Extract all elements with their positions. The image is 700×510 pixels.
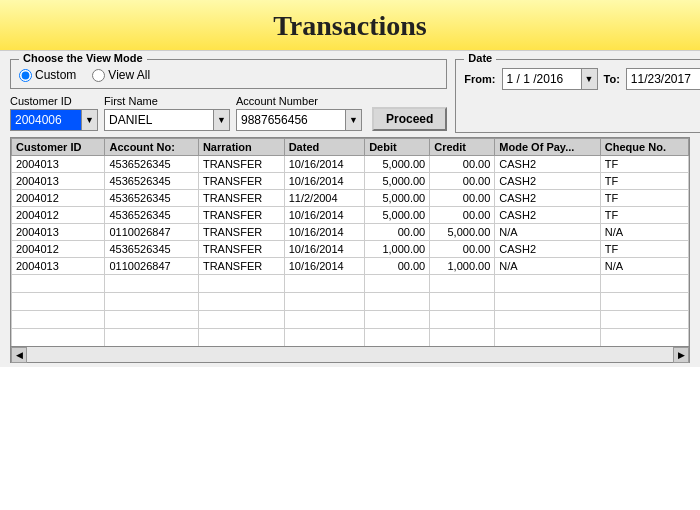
table-row: 20040134536526345TRANSFER10/16/20145,000… (12, 173, 689, 190)
table-cell: TF (600, 156, 688, 173)
table-cell: 00.00 (430, 207, 495, 224)
table-cell: 10/16/2014 (284, 224, 364, 241)
col-dated: Dated (284, 139, 364, 156)
empty-cell (198, 293, 284, 311)
col-debit: Debit (365, 139, 430, 156)
first-name-label: First Name (104, 95, 230, 107)
empty-cell (284, 293, 364, 311)
empty-cell (430, 275, 495, 293)
empty-cell (365, 329, 430, 347)
table-cell: 4536526345 (105, 173, 198, 190)
table-cell: 5,000.00 (365, 207, 430, 224)
table-cell: 2004013 (12, 224, 105, 241)
empty-row (12, 293, 689, 311)
empty-cell (105, 275, 198, 293)
first-name-field-wrap: ▼ (104, 109, 230, 131)
view-mode-legend: Choose the View Mode (19, 52, 147, 64)
table-cell: TRANSFER (198, 258, 284, 275)
viewall-radio[interactable] (92, 69, 105, 82)
scroll-left-arrow[interactable]: ◀ (11, 347, 27, 363)
table-cell: 2004013 (12, 258, 105, 275)
date-section: Date From: ▼ To: ▼ (455, 59, 700, 133)
table-cell: 1,000.00 (365, 241, 430, 258)
table-cell: CASH2 (495, 190, 601, 207)
col-cheque-no: Cheque No. (600, 139, 688, 156)
account-number-field-wrap: ▼ (236, 109, 362, 131)
from-date-input[interactable] (502, 68, 582, 90)
table-cell: 00.00 (430, 173, 495, 190)
table-cell: N/A (495, 224, 601, 241)
table-cell: 5,000.00 (365, 190, 430, 207)
table-cell: 2004012 (12, 241, 105, 258)
first-name-input[interactable] (104, 109, 214, 131)
to-label: To: (604, 73, 620, 85)
from-date-dropdown[interactable]: ▼ (582, 68, 598, 90)
table-row: 20040124536526345TRANSFER10/16/20145,000… (12, 207, 689, 224)
empty-cell (495, 275, 601, 293)
customer-id-dropdown[interactable]: ▼ (82, 109, 98, 131)
table-cell: 2004012 (12, 207, 105, 224)
custom-radio-label[interactable]: Custom (19, 68, 76, 82)
table-cell: TRANSFER (198, 190, 284, 207)
table-cell: TRANSFER (198, 241, 284, 258)
table-cell: 4536526345 (105, 207, 198, 224)
transactions-table: Customer ID Account No: Narration Dated … (11, 138, 689, 347)
empty-cell (284, 329, 364, 347)
table-cell: CASH2 (495, 241, 601, 258)
table-cell: CASH2 (495, 156, 601, 173)
table-cell: TRANSFER (198, 173, 284, 190)
scroll-track[interactable] (27, 347, 673, 362)
empty-cell (12, 275, 105, 293)
empty-cell (365, 293, 430, 311)
table-cell: 2004013 (12, 156, 105, 173)
scroll-right-arrow[interactable]: ▶ (673, 347, 689, 363)
table-cell: 2004013 (12, 173, 105, 190)
table-cell: 00.00 (430, 156, 495, 173)
first-name-dropdown[interactable]: ▼ (214, 109, 230, 131)
horizontal-scrollbar[interactable]: ◀ ▶ (10, 347, 690, 363)
table-body: 20040134536526345TRANSFER10/16/20145,000… (12, 156, 689, 348)
table-row: 20040130110026847TRANSFER10/16/201400.00… (12, 258, 689, 275)
col-mode-of-pay: Mode Of Pay... (495, 139, 601, 156)
to-date-input[interactable] (626, 68, 700, 90)
empty-cell (12, 329, 105, 347)
col-customer-id: Customer ID (12, 139, 105, 156)
from-label: From: (464, 73, 495, 85)
table-cell: TF (600, 173, 688, 190)
table-cell: TF (600, 207, 688, 224)
custom-radio[interactable] (19, 69, 32, 82)
table-cell: 5,000.00 (365, 156, 430, 173)
table-header-row: Customer ID Account No: Narration Dated … (12, 139, 689, 156)
table-cell: 10/16/2014 (284, 258, 364, 275)
empty-row (12, 329, 689, 347)
empty-cell (12, 293, 105, 311)
table-cell: 0110026847 (105, 224, 198, 241)
empty-cell (198, 329, 284, 347)
table-cell: 10/16/2014 (284, 156, 364, 173)
account-number-dropdown[interactable]: ▼ (346, 109, 362, 131)
proceed-button[interactable]: Proceed (372, 107, 447, 131)
viewall-label: View All (108, 68, 150, 82)
account-number-input[interactable] (236, 109, 346, 131)
empty-cell (365, 311, 430, 329)
empty-cell (600, 311, 688, 329)
table-row: 20040130110026847TRANSFER10/16/201400.00… (12, 224, 689, 241)
left-controls: Choose the View Mode Custom View All C (10, 59, 447, 133)
table-cell: 00.00 (430, 190, 495, 207)
table-cell: 00.00 (365, 224, 430, 241)
table-cell: 5,000.00 (365, 173, 430, 190)
table-row: 20040124536526345TRANSFER10/16/20141,000… (12, 241, 689, 258)
empty-cell (198, 311, 284, 329)
right-controls: Date From: ▼ To: ▼ Refresh Quit (455, 59, 700, 133)
table-row: 20040134536526345TRANSFER10/16/20145,000… (12, 156, 689, 173)
empty-cell (430, 311, 495, 329)
table-cell: 5,000.00 (430, 224, 495, 241)
col-account-no: Account No: (105, 139, 198, 156)
table-cell: 10/16/2014 (284, 241, 364, 258)
empty-cell (284, 311, 364, 329)
table-cell: 1,000.00 (430, 258, 495, 275)
page-header: Transactions (0, 0, 700, 51)
table-cell: TF (600, 190, 688, 207)
viewall-radio-label[interactable]: View All (92, 68, 150, 82)
customer-id-input[interactable] (10, 109, 82, 131)
